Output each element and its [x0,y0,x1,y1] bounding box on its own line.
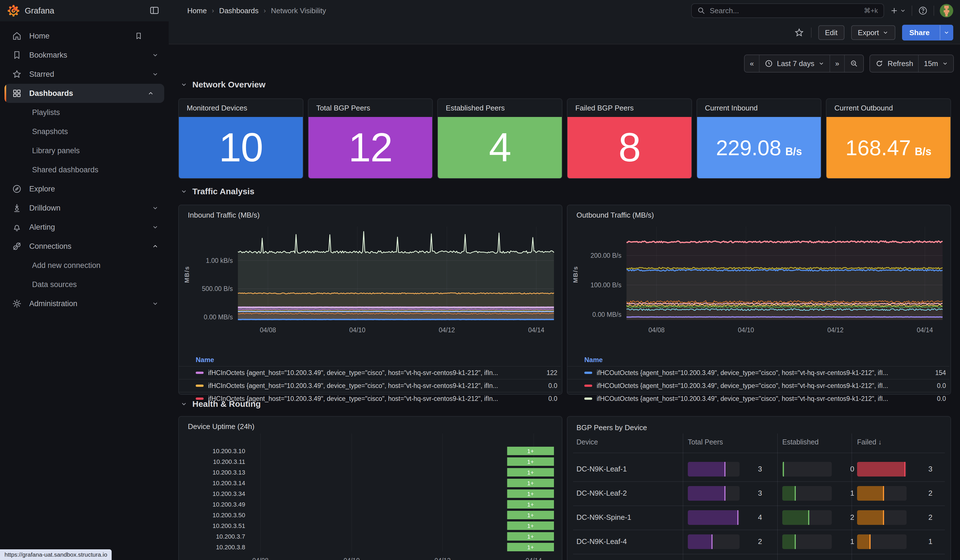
sidebar-item-alerting[interactable]: Alerting [0,218,169,237]
sidebar-item-add-new-connection[interactable]: Add new connection [0,256,169,275]
panel-title[interactable]: Device Uptime (24h) [188,422,254,431]
export-button[interactable]: Export [851,25,895,40]
section-traffic-analysis[interactable]: Traffic Analysis [181,187,254,196]
panel-title[interactable]: Total BGP Peers [316,104,370,112]
column-header-device[interactable]: Device [576,438,598,446]
device-label: 10.200.3.7 [216,533,245,540]
sidebar: HomeBookmarksStarredDashboardsPlaylistsS… [0,21,169,560]
sidebar-item-explore[interactable]: Explore [0,179,169,198]
panel-title[interactable]: Current Inbound [705,104,758,112]
time-shift-forward-button[interactable]: » [830,55,845,72]
stat-unit: B/s [786,146,802,158]
dashboard-toolbar: Edit Export Share [169,21,960,45]
time-range-picker[interactable]: Last 7 days [760,55,830,72]
add-button[interactable] [890,6,906,15]
breadcrumb: Home › Dashboards › Network Visibility [187,0,326,21]
edit-button[interactable]: Edit [818,25,845,40]
legend-row[interactable]: ifHCInOctets {agent_host="10.200.3.49", … [179,366,561,379]
legend-row[interactable]: ifHCInOctets {agent_host="10.200.3.49", … [179,379,561,392]
gauge-value: 0 [832,465,854,474]
stat-value: 168.47 [846,136,911,160]
help-button[interactable] [918,6,928,16]
panel-title[interactable]: Current Outbound [834,104,893,112]
svg-text:04/12: 04/12 [434,557,451,560]
stat-panel-current-outbound: Current Outbound168.47B/s [826,98,951,179]
chevron-up-icon[interactable] [152,243,158,250]
section-network-overview[interactable]: Network Overview [181,80,266,90]
chevron-down-icon[interactable] [152,71,158,78]
panel-title[interactable]: Monitored Devices [187,104,247,112]
zoom-out-button[interactable] [845,55,863,72]
panel-title[interactable]: Failed BGP Peers [575,104,634,112]
column-header-total-peers[interactable]: Total Peers [688,438,723,446]
sidebar-item-label: Bookmarks [29,51,169,59]
chevron-down-icon[interactable] [152,205,158,211]
sidebar-item-dashboards[interactable]: Dashboards [5,84,164,103]
svg-text:04/12: 04/12 [827,326,843,334]
brand-label: Grafana [25,6,54,16]
legend-row[interactable]: ifHCOutOctets {agent_host="10.200.3.49",… [568,366,949,379]
chevron-down-icon[interactable] [152,52,158,58]
device-label: 10.200.3.51 [213,522,245,530]
sidebar-toggle-icon[interactable] [149,5,160,16]
legend-row[interactable]: ifHCOutOctets {agent_host="10.200.3.49",… [568,392,949,405]
sidebar-item-connections[interactable]: Connections [0,237,169,256]
stat-panel-total-bgp-peers: Total BGP Peers12 [308,98,433,179]
svg-text:04/08: 04/08 [260,326,276,334]
svg-text:1+: 1+ [527,512,534,518]
series-label: ifHCOutOctets {agent_host="10.200.3.49",… [597,369,926,377]
panel-title[interactable]: Outbound Traffic (MB/s) [576,211,654,219]
device-uptime-panel: Device Uptime (24h) 04/0804/1004/1204/14… [178,416,562,560]
refresh-interval-picker[interactable]: 15m [918,55,953,72]
chevron-up-icon[interactable] [147,90,154,97]
time-shift-back-button[interactable]: « [745,55,759,72]
user-avatar[interactable] [940,4,953,18]
bookmark-icon[interactable] [134,32,143,40]
device-name: DC-N9K-Leaf-4 [576,537,627,546]
sidebar-item-starred[interactable]: Starred [0,65,169,84]
stat-value: 4 [489,124,511,171]
refresh-button[interactable]: Refresh [870,55,918,72]
chart-legend: NameifHCInOctets {agent_host="10.200.3.4… [179,354,561,405]
device-label: 10.200.3.14 [213,480,245,486]
brand[interactable]: Grafana [0,5,54,17]
sidebar-item-label: Drilldown [29,204,169,213]
sidebar-item-administration[interactable]: Administration [0,294,169,313]
panel-title[interactable]: Established Peers [446,104,505,112]
legend-row[interactable]: ifHCOutOctets {agent_host="10.200.3.49",… [568,379,949,392]
sidebar-item-data-sources[interactable]: Data sources [0,275,169,294]
breadcrumb-home[interactable]: Home [187,6,207,15]
chevron-down-icon [942,61,948,67]
chevron-down-icon[interactable] [152,300,158,307]
column-header-failed[interactable]: Failed ↓ [857,438,882,446]
sidebar-item-drilldown[interactable]: Drilldown [0,198,169,218]
sidebar-item-snapshots[interactable]: Snapshots [0,122,169,141]
bar-gauge [782,486,832,501]
section-health-routing[interactable]: Health & Routing [181,399,261,409]
sidebar-item-label: Connections [29,242,169,251]
panel-title[interactable]: Inbound Traffic (MB/s) [188,211,259,219]
legend-name-header[interactable]: Name [568,354,949,366]
share-menu-button[interactable] [940,25,953,40]
sidebar-item-playlists[interactable]: Playlists [0,103,169,122]
panel-title[interactable]: BGP Peers by Device [576,423,647,432]
column-header-established[interactable]: Established [782,438,819,446]
sidebar-item-shared-dashboards[interactable]: Shared dashboards [0,160,169,179]
link-icon [12,241,22,251]
series-color-swatch [584,372,592,374]
stat-value: 8 [618,124,640,171]
legend-name-header[interactable]: Name [179,354,561,366]
gauge-value: 3 [910,465,933,474]
compass-icon [12,184,22,194]
chevron-down-icon[interactable] [152,224,158,230]
clock-icon [765,59,773,68]
star-dashboard-button[interactable] [794,27,804,38]
sidebar-item-home[interactable]: Home [0,26,169,46]
sidebar-item-library-panels[interactable]: Library panels [0,141,169,160]
sidebar-item-bookmarks[interactable]: Bookmarks [0,46,169,65]
share-button[interactable]: Share [902,25,953,40]
search-input[interactable]: Search... ⌘+k [691,3,884,18]
gauge-value: 4 [739,513,762,522]
breadcrumb-dashboards[interactable]: Dashboards [219,6,258,15]
search-icon [698,7,705,14]
